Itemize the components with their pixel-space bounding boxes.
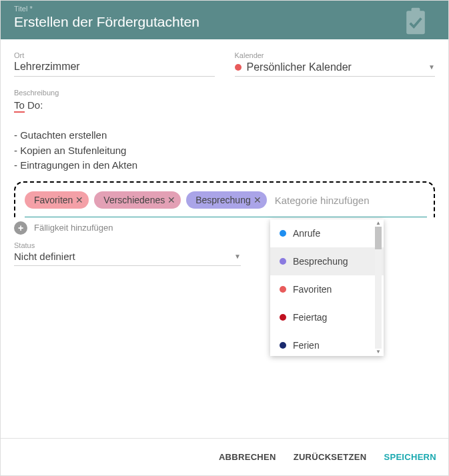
location-label: Ort xyxy=(14,51,215,59)
color-dot-icon xyxy=(280,342,286,349)
close-icon[interactable]: ✕ xyxy=(75,195,83,205)
status-select[interactable]: Nicht definiert ▼ xyxy=(14,251,241,266)
color-dot-icon xyxy=(280,314,286,321)
chevron-down-icon: ▼ xyxy=(428,63,435,71)
calendar-value-text: Persönlicher Kalender xyxy=(247,61,352,73)
scroll-thumb[interactable] xyxy=(375,227,382,249)
scroll-up-icon[interactable]: ▲ xyxy=(376,221,381,226)
save-button[interactable]: SPEICHERN xyxy=(384,452,436,462)
dropdown-item-ferien[interactable]: Ferien xyxy=(270,331,384,356)
calendar-color-dot xyxy=(235,64,242,71)
dropdown-item-favoriten[interactable]: Favoriten xyxy=(270,275,384,303)
clipboard-check-icon xyxy=(396,6,435,39)
dialog-body: Ort Lehrerzimmer Kalender Persönlicher K… xyxy=(1,39,448,217)
dialog-header: Titel * Erstellen der Fördergutachten xyxy=(1,1,448,39)
close-icon[interactable]: ✕ xyxy=(167,195,175,205)
svg-rect-0 xyxy=(406,11,425,34)
close-icon[interactable]: ✕ xyxy=(254,195,262,205)
location-value[interactable]: Lehrerzimmer xyxy=(14,61,215,77)
title-field-value[interactable]: Erstellen der Fördergutachten xyxy=(14,14,435,30)
dialog-footer: ABBRECHEN ZURÜCKSETZEN SPEICHERN xyxy=(1,438,448,475)
chip-favoriten[interactable]: Favoriten ✕ xyxy=(25,191,89,209)
description-field[interactable]: Beschreibung To Do: - Gutachten erstelle… xyxy=(14,89,435,173)
category-add-input[interactable]: Kategorie hinzufügen xyxy=(272,191,372,210)
color-dot-icon xyxy=(280,258,286,265)
dropdown-item-anrufe[interactable]: Anrufe xyxy=(270,219,384,247)
svg-rect-1 xyxy=(412,8,420,13)
event-dialog: Titel * Erstellen der Fördergutachten Or… xyxy=(0,0,449,476)
cancel-button[interactable]: ABBRECHEN xyxy=(219,452,276,462)
dropdown-item-besprechung[interactable]: Besprechung xyxy=(270,247,384,275)
plus-circle-icon[interactable]: + xyxy=(14,221,27,235)
chip-verschiedenes[interactable]: Verschiedenes ✕ xyxy=(94,191,181,209)
category-dropdown: Anrufe Besprechung Favoriten Feiertag Fe… xyxy=(270,219,384,356)
calendar-field[interactable]: Kalender Persönlicher Kalender ▼ xyxy=(235,51,436,77)
chevron-down-icon: ▼ xyxy=(234,253,241,260)
scroll-track[interactable] xyxy=(375,227,382,349)
location-field[interactable]: Ort Lehrerzimmer xyxy=(14,51,215,77)
calendar-label: Kalender xyxy=(235,51,436,59)
chip-besprechung[interactable]: Besprechung ✕ xyxy=(186,191,267,209)
color-dot-icon xyxy=(280,286,286,293)
scroll-down-icon[interactable]: ▼ xyxy=(376,349,381,355)
title-field-label: Titel * xyxy=(14,5,435,13)
description-text[interactable]: To Do: - Gutachten erstellen - Kopien an… xyxy=(14,98,435,173)
calendar-select[interactable]: Persönlicher Kalender ▼ xyxy=(235,61,436,77)
reset-button[interactable]: ZURÜCKSETZEN xyxy=(294,452,367,462)
description-label: Beschreibung xyxy=(14,89,435,97)
dropdown-scrollbar[interactable]: ▲ ▼ xyxy=(374,221,382,355)
dropdown-item-feiertag[interactable]: Feiertag xyxy=(270,303,384,331)
highlighted-region: Favoriten ✕ Verschiedenes ✕ Besprechung … xyxy=(14,181,435,217)
color-dot-icon xyxy=(280,230,286,237)
category-chips-row[interactable]: Favoriten ✕ Verschiedenes ✕ Besprechung … xyxy=(25,191,427,217)
